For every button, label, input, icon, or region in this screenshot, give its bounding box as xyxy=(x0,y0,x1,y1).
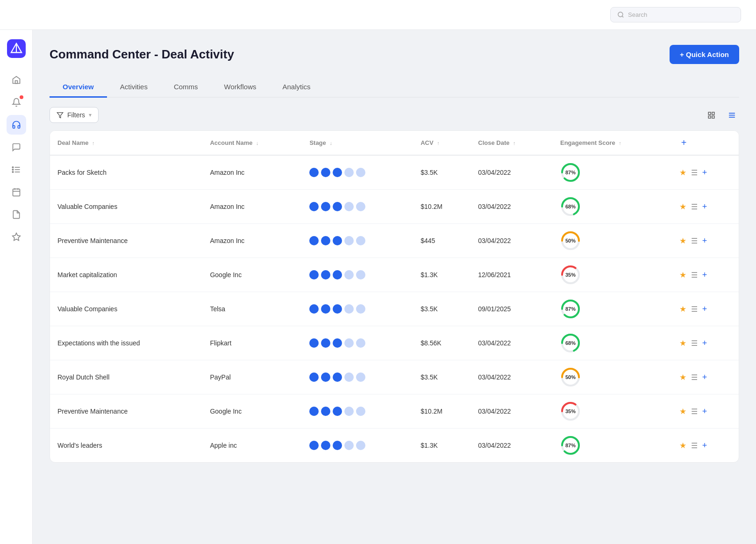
score-text: 35% xyxy=(565,408,576,414)
star-button[interactable]: ★ xyxy=(679,372,686,382)
engagement-score-cell: 50% xyxy=(553,224,672,258)
tab-overview[interactable]: Overview xyxy=(50,77,107,98)
sort-icon-engagement_score[interactable]: ↑ xyxy=(619,140,621,146)
close-date-cell: 03/04/2022 xyxy=(471,360,553,394)
stage-dot xyxy=(344,338,354,348)
filter-button[interactable]: Filters ▾ xyxy=(50,107,99,123)
add-row-button[interactable]: + xyxy=(702,372,707,382)
star-button[interactable]: ★ xyxy=(679,441,686,451)
engagement-score-circle: 50% xyxy=(560,367,581,387)
close-date-cell: 12/06/2021 xyxy=(471,258,553,292)
stage-dot xyxy=(344,304,354,314)
stage-dot xyxy=(356,338,365,348)
close-date-cell: 03/04/2022 xyxy=(471,155,553,190)
tab-comms[interactable]: Comms xyxy=(161,77,211,98)
star-button[interactable]: ★ xyxy=(679,407,686,416)
table-row: Expectations with the issuedFlipkart$8.5… xyxy=(50,326,739,360)
grid-view-button[interactable] xyxy=(704,107,719,122)
score-text: 87% xyxy=(565,443,576,448)
star-button[interactable]: ★ xyxy=(679,270,686,280)
add-row-button[interactable]: + xyxy=(702,407,707,416)
list-view-icon xyxy=(728,111,736,119)
sidebar-item-bell[interactable] xyxy=(7,93,26,112)
sidebar-item-headset[interactable] xyxy=(7,115,26,135)
star-button[interactable]: ★ xyxy=(679,236,686,246)
add-row-button[interactable]: + xyxy=(702,168,707,178)
sort-icon-stage[interactable]: ↓ xyxy=(329,140,332,146)
stage-cell xyxy=(302,292,413,326)
add-column-header[interactable]: + xyxy=(672,131,739,155)
add-row-button[interactable]: + xyxy=(702,236,707,246)
add-column-button[interactable]: + xyxy=(679,137,689,148)
menu-button[interactable]: ☰ xyxy=(691,305,698,314)
engagement-score-circle: 68% xyxy=(560,196,581,217)
menu-button[interactable]: ☰ xyxy=(691,168,698,177)
row-actions-cell: ★ ☰ + xyxy=(672,360,739,394)
row-actions-cell: ★ ☰ + xyxy=(672,394,739,429)
filter-icon xyxy=(57,112,64,119)
add-row-button[interactable]: + xyxy=(702,270,707,280)
menu-button[interactable]: ☰ xyxy=(691,339,698,348)
tab-activities[interactable]: Activities xyxy=(107,77,161,98)
search-box[interactable]: Search xyxy=(610,7,741,22)
stage-dots xyxy=(309,202,406,211)
menu-button[interactable]: ☰ xyxy=(691,271,698,279)
acv-cell: $10.2M xyxy=(413,394,471,429)
toolbar: Filters ▾ xyxy=(50,107,739,123)
quick-action-button[interactable]: + Quick Action xyxy=(670,45,739,64)
topbar: Search xyxy=(0,0,756,30)
stage-dot xyxy=(356,236,365,245)
svg-rect-18 xyxy=(708,112,711,115)
stage-dots xyxy=(309,270,406,279)
menu-button[interactable]: ☰ xyxy=(691,441,698,450)
add-row-button[interactable]: + xyxy=(702,338,707,348)
stage-dot xyxy=(321,168,330,177)
sidebar-item-list[interactable] xyxy=(7,160,26,179)
star-button[interactable]: ★ xyxy=(679,338,686,348)
add-row-button[interactable]: + xyxy=(702,304,707,314)
engagement-score-circle: 50% xyxy=(560,230,581,251)
stage-dot xyxy=(321,407,330,416)
svg-line-1 xyxy=(622,16,623,17)
star-button[interactable]: ★ xyxy=(679,202,686,212)
list-view-button[interactable] xyxy=(724,107,739,122)
document-icon xyxy=(12,210,21,219)
tab-analytics[interactable]: Analytics xyxy=(269,77,323,98)
sort-icon-close_date[interactable]: ↑ xyxy=(513,140,516,146)
tab-workflows[interactable]: Workflows xyxy=(211,77,270,98)
stage-dot xyxy=(333,236,342,245)
star-button[interactable]: ★ xyxy=(679,168,686,178)
sort-icon-deal_name[interactable]: ↑ xyxy=(92,140,95,146)
sidebar-item-home[interactable] xyxy=(7,70,26,90)
row-actions: ★ ☰ + xyxy=(679,168,731,178)
stage-dot xyxy=(321,202,330,211)
engagement-score-circle: 35% xyxy=(560,401,581,422)
menu-button[interactable]: ☰ xyxy=(691,373,698,382)
menu-button[interactable]: ☰ xyxy=(691,407,698,416)
sort-icon-account_name[interactable]: ↓ xyxy=(256,140,259,146)
add-row-button[interactable]: + xyxy=(702,441,707,451)
svg-marker-16 xyxy=(12,233,20,241)
sidebar-item-calendar[interactable] xyxy=(7,182,26,202)
menu-button[interactable]: ☰ xyxy=(691,236,698,245)
logo-icon xyxy=(10,42,23,55)
acv-cell: $445 xyxy=(413,224,471,258)
row-actions-cell: ★ ☰ + xyxy=(672,190,739,224)
sort-icon-acv[interactable]: ↑ xyxy=(437,140,440,146)
sidebar-item-chat[interactable] xyxy=(7,137,26,157)
sidebar-item-document[interactable] xyxy=(7,205,26,224)
filter-chevron: ▾ xyxy=(89,112,92,118)
logo xyxy=(7,39,26,58)
stage-dots xyxy=(309,407,406,416)
star-button[interactable]: ★ xyxy=(679,304,686,314)
score-text: 87% xyxy=(565,170,576,175)
stage-dot xyxy=(344,441,354,450)
sidebar-item-award[interactable] xyxy=(7,227,26,247)
add-row-button[interactable]: + xyxy=(702,202,707,212)
menu-button[interactable]: ☰ xyxy=(691,202,698,211)
table-row: Valuable CompaniesTelsa$3.5K09/01/2025 8… xyxy=(50,292,739,326)
row-actions: ★ ☰ + xyxy=(679,441,731,451)
stage-dots xyxy=(309,441,406,450)
acv-cell: $8.56K xyxy=(413,326,471,360)
account-name-cell: Google Inc xyxy=(202,394,302,429)
